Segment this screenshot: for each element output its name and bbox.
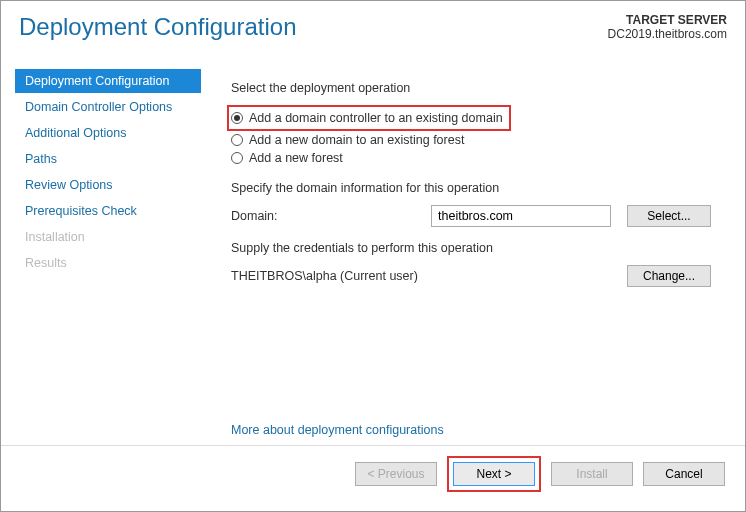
select-domain-button[interactable]: Select... xyxy=(627,205,711,227)
specify-info-label: Specify the domain information for this … xyxy=(231,181,723,195)
nav-paths[interactable]: Paths xyxy=(15,147,201,171)
wizard-body: Deployment Configuration Domain Controll… xyxy=(1,65,745,445)
nav-deployment-configuration[interactable]: Deployment Configuration xyxy=(15,69,201,93)
target-server-block: TARGET SERVER DC2019.theitbros.com xyxy=(608,13,727,41)
change-credentials-button[interactable]: Change... xyxy=(627,265,711,287)
next-button[interactable]: Next > xyxy=(453,462,535,486)
wizard-footer: < Previous Next > Install Cancel xyxy=(1,445,745,501)
radio-label: Add a domain controller to an existing d… xyxy=(249,111,503,125)
nav-additional-options[interactable]: Additional Options xyxy=(15,121,201,145)
wizard-sidebar: Deployment Configuration Domain Controll… xyxy=(1,65,201,445)
target-label: TARGET SERVER xyxy=(608,13,727,27)
credentials-value: THEITBROS\alpha (Current user) xyxy=(231,269,627,283)
deployment-operation-radio-group: Add a domain controller to an existing d… xyxy=(231,105,723,167)
credentials-label: Supply the credentials to perform this o… xyxy=(231,241,723,255)
radio-label: Add a new forest xyxy=(249,151,343,165)
domain-input[interactable] xyxy=(431,205,611,227)
highlight-next: Next > xyxy=(447,456,541,492)
nav-review-options[interactable]: Review Options xyxy=(15,173,201,197)
radio-icon xyxy=(231,134,243,146)
wizard-header: Deployment Configuration TARGET SERVER D… xyxy=(1,1,745,65)
radio-add-domain[interactable]: Add a new domain to an existing forest xyxy=(231,131,723,149)
radio-add-dc[interactable]: Add a domain controller to an existing d… xyxy=(231,109,503,127)
credentials-row: THEITBROS\alpha (Current user) Change... xyxy=(231,265,723,287)
radio-add-forest[interactable]: Add a new forest xyxy=(231,149,723,167)
nav-results: Results xyxy=(15,251,201,275)
highlight-add-dc: Add a domain controller to an existing d… xyxy=(227,105,511,131)
select-operation-label: Select the deployment operation xyxy=(231,81,723,95)
page-title: Deployment Configuration xyxy=(19,13,297,41)
radio-icon xyxy=(231,112,243,124)
target-server-name: DC2019.theitbros.com xyxy=(608,27,727,41)
domain-label: Domain: xyxy=(231,209,431,223)
more-about-link[interactable]: More about deployment configurations xyxy=(231,423,444,437)
previous-button: < Previous xyxy=(355,462,437,486)
nav-domain-controller-options[interactable]: Domain Controller Options xyxy=(15,95,201,119)
radio-label: Add a new domain to an existing forest xyxy=(249,133,464,147)
install-button: Install xyxy=(551,462,633,486)
cancel-button[interactable]: Cancel xyxy=(643,462,725,486)
nav-prerequisites-check[interactable]: Prerequisites Check xyxy=(15,199,201,223)
radio-icon xyxy=(231,152,243,164)
nav-installation: Installation xyxy=(15,225,201,249)
wizard-content: Select the deployment operation Add a do… xyxy=(201,65,745,445)
domain-row: Domain: Select... xyxy=(231,205,723,227)
